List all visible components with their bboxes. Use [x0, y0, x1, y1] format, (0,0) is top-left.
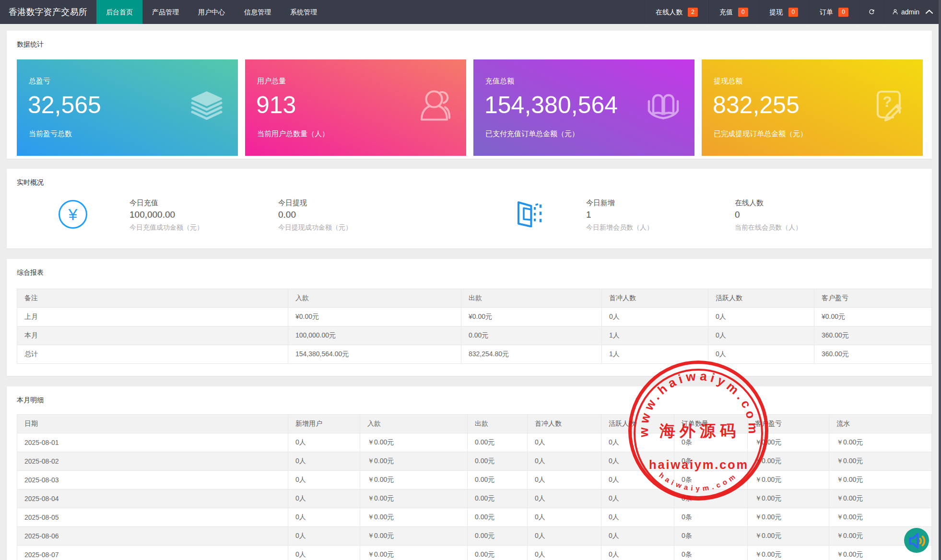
svg-text:海外源码: 海外源码	[659, 422, 740, 440]
svg-text:haiwaiym.com: haiwaiym.com	[658, 471, 739, 492]
svg-text:?: ?	[883, 93, 892, 110]
svg-text:haiwaiym.com: haiwaiym.com	[649, 458, 749, 471]
